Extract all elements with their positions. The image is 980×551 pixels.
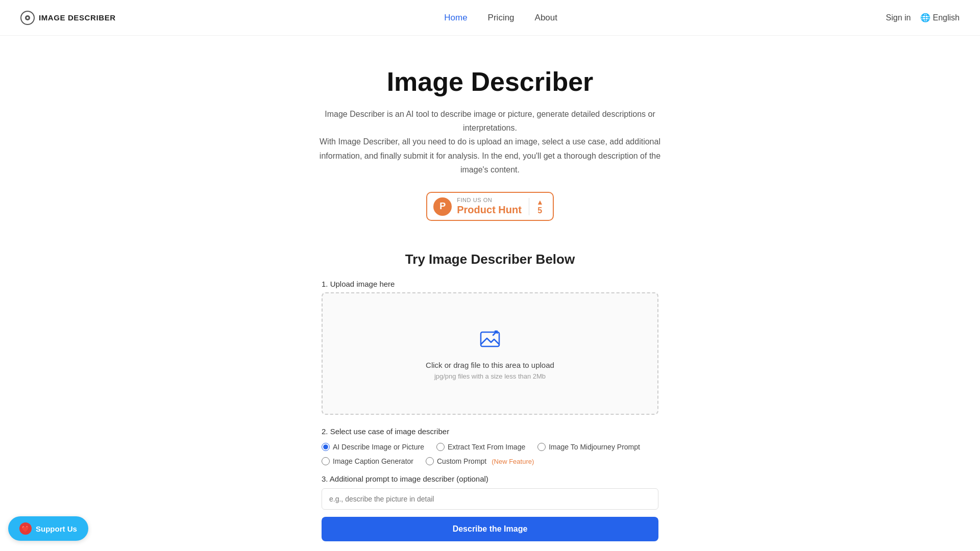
use-case-options: AI Describe Image or Picture Extract Tex… <box>322 443 658 465</box>
nav-pricing[interactable]: Pricing <box>488 13 514 23</box>
additional-prompt-input[interactable] <box>322 488 658 510</box>
product-hunt-find-us: FIND US ON <box>457 197 492 204</box>
language-label: English <box>933 13 960 22</box>
option-midjourney-label: Image To Midjourney Prompt <box>549 443 640 451</box>
product-hunt-score: ▲ 5 <box>529 198 544 215</box>
option-extract-text[interactable]: Extract Text From Image <box>436 443 525 451</box>
main-content: Try Image Describer Below 1. Upload imag… <box>311 241 669 551</box>
heart-icon: ❤️ <box>19 522 32 535</box>
product-hunt-name: Product Hunt <box>457 204 522 216</box>
upload-icon <box>478 327 502 354</box>
hero-section: Image Describer Image Describer is an AI… <box>0 36 980 241</box>
section-title: Try Image Describer Below <box>322 252 658 267</box>
svg-rect-3 <box>481 332 499 346</box>
upvote-count: 5 <box>537 206 542 215</box>
upload-label: 1. Upload image here <box>322 280 658 288</box>
hero-title: Image Describer <box>10 66 970 97</box>
upload-secondary-text: jpg/png files with a size less than 2Mb <box>434 372 546 380</box>
describe-button[interactable]: Describe the Image <box>322 517 658 541</box>
product-hunt-badge[interactable]: P FIND US ON Product Hunt ▲ 5 <box>426 192 554 221</box>
support-us-label: Support Us <box>36 524 77 533</box>
new-feature-badge: (New Feature) <box>492 458 534 465</box>
logo-icon <box>20 11 35 25</box>
product-hunt-text: FIND US ON Product Hunt <box>457 197 522 216</box>
radio-ai-describe[interactable] <box>322 443 330 451</box>
upload-area[interactable]: Click or drag file to this area to uploa… <box>322 292 658 415</box>
option-extract-text-label: Extract Text From Image <box>448 443 525 451</box>
option-caption[interactable]: Image Caption Generator <box>322 457 413 465</box>
option-midjourney[interactable]: Image To Midjourney Prompt <box>537 443 640 451</box>
language-selector[interactable]: 🌐 English <box>920 13 960 22</box>
additional-label: 3. Additional prompt to image describer … <box>322 474 658 483</box>
use-case-label: 2. Select use case of image describer <box>322 427 658 436</box>
main-nav: Home Pricing About <box>444 13 557 23</box>
flag-icon: 🌐 <box>920 13 930 22</box>
sign-in-link[interactable]: Sign in <box>886 13 911 22</box>
option-custom[interactable]: Custom Prompt (New Feature) <box>426 457 534 465</box>
option-custom-label: Custom Prompt <box>437 457 486 465</box>
header-right: Sign in 🌐 English <box>886 13 960 22</box>
radio-custom[interactable] <box>426 457 434 465</box>
hero-description: Image Describer is an AI tool to describ… <box>316 107 664 177</box>
logo-text: IMAGE DESCRIBER <box>39 13 116 22</box>
option-ai-describe-label: AI Describe Image or Picture <box>333 443 424 451</box>
nav-about[interactable]: About <box>535 13 557 23</box>
option-ai-describe[interactable]: AI Describe Image or Picture <box>322 443 424 451</box>
option-caption-label: Image Caption Generator <box>333 457 413 465</box>
header: IMAGE DESCRIBER Home Pricing About Sign … <box>0 0 980 36</box>
support-us-button[interactable]: ❤️ Support Us <box>8 516 88 541</box>
svg-point-2 <box>27 17 29 19</box>
nav-home[interactable]: Home <box>444 13 467 23</box>
logo[interactable]: IMAGE DESCRIBER <box>20 11 116 25</box>
radio-extract-text[interactable] <box>436 443 445 451</box>
product-hunt-logo: P <box>433 197 452 216</box>
upvote-arrow-icon: ▲ <box>536 198 544 206</box>
radio-caption[interactable] <box>322 457 330 465</box>
upload-primary-text: Click or drag file to this area to uploa… <box>426 361 554 369</box>
radio-midjourney[interactable] <box>537 443 546 451</box>
